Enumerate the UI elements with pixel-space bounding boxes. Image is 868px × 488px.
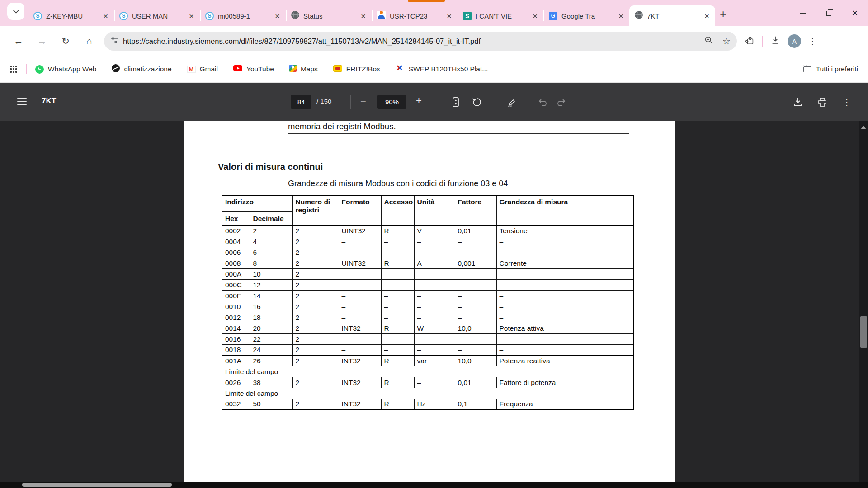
vertical-scroll-thumb[interactable] [860, 316, 867, 348]
globe-favicon [291, 11, 299, 21]
tab-search-button[interactable] [7, 3, 24, 20]
bookmark-climatizzazione[interactable]: climatizzazione [112, 64, 171, 74]
new-tab-button[interactable]: + [720, 8, 726, 20]
table-row: 0032502INT32RHz0,1Frequenza [222, 399, 633, 409]
bookmark-youtube[interactable]: YouTube [233, 65, 274, 73]
page-number-input[interactable]: 84 [291, 95, 311, 109]
tab-close-icon[interactable]: × [617, 12, 625, 20]
horizontal-scroll-thumb[interactable] [22, 483, 172, 487]
close-button[interactable]: × [842, 0, 868, 26]
table-cell: Potenza reattiva [496, 355, 633, 366]
bookmark-gmail[interactable]: MGmail [187, 65, 218, 73]
table-row: 0010162––––– [222, 301, 633, 312]
table-cell: – [381, 247, 414, 258]
table-cell: – [496, 312, 633, 323]
tab-close-icon[interactable]: × [531, 12, 539, 20]
tab-label: I CAN'T VIE [476, 12, 528, 20]
table-cell: – [339, 344, 381, 355]
table-cell: 2 [292, 399, 339, 409]
bookmark-label: SWEP B120THx50 Plat... [409, 65, 488, 73]
minimize-button[interactable] [789, 0, 816, 26]
table-cell: 2 [292, 312, 339, 323]
bookmark-swep-b120thx50-plat[interactable]: SWEP B120THx50 Plat... [396, 65, 488, 74]
table-cell: 0006 [222, 247, 250, 258]
browser-menu-icon[interactable]: ⋮ [808, 36, 817, 47]
table-cell: – [339, 301, 381, 312]
table-cell: 0032 [222, 399, 250, 409]
annotate-icon[interactable] [506, 96, 518, 108]
horizontal-rule [288, 133, 629, 134]
forward-icon[interactable]: → [34, 36, 50, 47]
tab-status[interactable]: Status× [286, 5, 372, 26]
redo-icon[interactable] [555, 96, 567, 108]
bookmark-maps[interactable]: Maps [289, 65, 318, 74]
table-cell: 38 [250, 377, 292, 388]
vertical-scrollbar[interactable] [859, 121, 868, 488]
rotate-icon[interactable] [471, 96, 483, 108]
all-bookmarks[interactable]: Tutti i preferiti [803, 65, 858, 73]
tab-mi00589-1[interactable]: Smi00589-1× [200, 5, 286, 26]
extensions-icon[interactable] [745, 35, 755, 47]
tab-close-icon[interactable]: × [274, 12, 281, 20]
tab-z-key-mbu[interactable]: SZ-KEY-MBU× [28, 5, 114, 26]
pdf-menu-dots-icon[interactable]: ⋮ [841, 96, 853, 108]
tab-close-icon[interactable]: × [359, 12, 367, 20]
downloads-icon[interactable] [770, 35, 780, 47]
tab-close-icon[interactable]: × [188, 12, 195, 20]
tab-google-tra[interactable]: GGoogle Tra× [543, 5, 629, 26]
avatar[interactable]: A [788, 34, 801, 48]
url-text[interactable]: https://cache.industry.siemens.com/dl/fi… [123, 37, 704, 46]
table-cell: – [381, 236, 414, 247]
home-icon[interactable]: ⌂ [81, 36, 97, 47]
table-cell: 000A [222, 268, 250, 279]
table-cell: 18 [250, 312, 292, 323]
table-cell: – [381, 344, 414, 355]
apps-grid-icon[interactable] [10, 66, 17, 73]
pdf-download-icon[interactable] [792, 96, 804, 108]
site-info-icon[interactable] [110, 36, 118, 46]
table-cell: 2 [292, 290, 339, 301]
bookmark-whatsapp-web[interactable]: WhatsApp Web [35, 65, 96, 74]
table-row: 0016222––––– [222, 333, 633, 344]
print-icon[interactable] [816, 96, 828, 108]
swep-icon [396, 65, 405, 74]
tab-i-can-t-vie[interactable]: SI CAN'T VIE× [458, 5, 543, 26]
horizontal-scrollbar[interactable] [0, 482, 868, 488]
tab-close-icon[interactable]: × [703, 12, 711, 20]
pdf-title: 7KT [42, 97, 56, 106]
undo-icon[interactable] [537, 96, 549, 108]
table-row: 0014202INT32RW10,0Potenza attiva [222, 323, 633, 333]
tab-7kt[interactable]: 7KT× [629, 5, 715, 26]
bookmark-fritz-box[interactable]: FRITZ!Box [333, 65, 380, 74]
fit-page-icon[interactable] [450, 96, 462, 108]
tab-close-icon[interactable]: × [102, 12, 109, 20]
zoom-out-button[interactable]: − [360, 95, 366, 107]
pdf-menu-icon[interactable] [17, 98, 27, 105]
table-cell: – [414, 247, 455, 258]
zoom-out-icon[interactable] [704, 36, 713, 47]
tab-close-icon[interactable]: × [445, 12, 453, 20]
table-cell: 50 [250, 399, 292, 409]
table-row: 000882UINT32RA0,001Corrente [222, 258, 633, 268]
address-bar[interactable]: https://cache.industry.siemens.com/dl/fi… [104, 32, 737, 51]
tab-usr-tcp23[interactable]: USR-TCP23× [372, 5, 458, 26]
table-cell: – [414, 312, 455, 323]
table-cell: 10,0 [455, 323, 496, 333]
bookmark-label: FRITZ!Box [346, 65, 380, 73]
table-cell: – [339, 268, 381, 279]
table-cell: 0008 [222, 258, 250, 268]
table-row: 000E142––––– [222, 290, 633, 301]
back-icon[interactable]: ← [11, 36, 26, 47]
steal-favicon: S [463, 12, 472, 20]
tab-user-man[interactable]: SUSER MAN× [114, 5, 200, 26]
zoom-level-input[interactable]: 90% [377, 95, 406, 109]
restore-button[interactable] [816, 0, 842, 26]
table-cell: 0,1 [455, 399, 496, 409]
zoom-in-button[interactable]: + [416, 95, 422, 107]
reload-icon[interactable]: ↻ [58, 36, 73, 47]
table-cell: R [381, 399, 414, 409]
table-cell: – [381, 279, 414, 290]
table-cell: – [455, 344, 496, 355]
scroll-up-icon[interactable] [861, 126, 866, 129]
bookmark-star-icon[interactable]: ☆ [722, 36, 731, 47]
